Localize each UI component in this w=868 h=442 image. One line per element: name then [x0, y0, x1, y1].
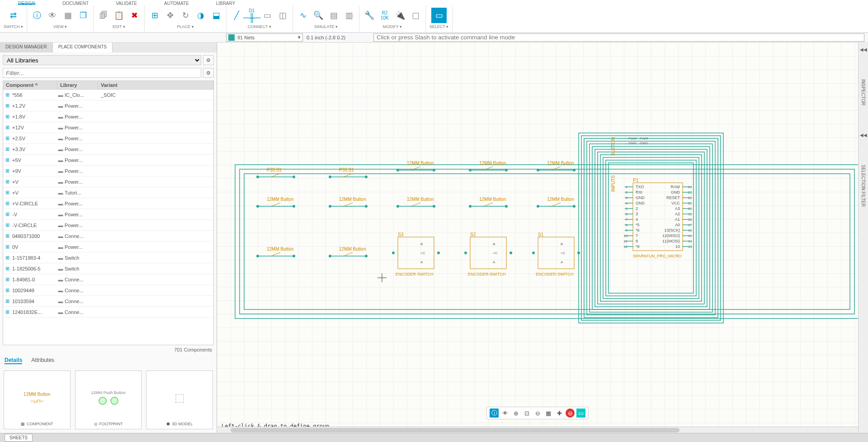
- list-item[interactable]: ⊞+3.3V▬Power...: [3, 144, 213, 155]
- svg-text:ENCODER-SWITCH: ENCODER-SWITCH: [536, 272, 574, 276]
- sim-meter-icon[interactable]: ▤: [327, 9, 340, 22]
- list-item[interactable]: ⊞+V▬Tutori...: [3, 187, 213, 198]
- value-icon[interactable]: R210K: [378, 9, 391, 22]
- list-item[interactable]: ⊞1-84981-0▬Conne...: [3, 274, 213, 285]
- port-icon[interactable]: ◫: [276, 9, 289, 22]
- svg-text:B: B: [561, 242, 563, 246]
- nets-dropdown[interactable]: 91 Nets▾: [226, 33, 303, 42]
- list-item[interactable]: ⊞1-1825006-5▬Switch: [3, 263, 213, 274]
- filter-input[interactable]: [3, 68, 201, 78]
- select-icon[interactable]: ▭: [431, 8, 447, 23]
- svg-rect-10: [598, 152, 704, 304]
- list-item[interactable]: ⊞-V▬Power...: [3, 209, 213, 220]
- svg-text:SPARKFUN_PRO_MICRO: SPARKFUN_PRO_MICRO: [633, 254, 682, 258]
- marquee-btn[interactable]: ▭: [576, 409, 585, 418]
- menu-library[interactable]: LIBRARY: [216, 1, 236, 5]
- switch-icon[interactable]: ⇄: [6, 8, 21, 23]
- menu-automate[interactable]: AUTOMATE: [164, 1, 189, 5]
- wire-icon[interactable]: ╱: [230, 9, 243, 22]
- net-icon[interactable]: D1─╫─: [245, 9, 258, 22]
- zoom-out-btn[interactable]: ⊖: [533, 409, 542, 418]
- svg-point-98: [577, 252, 580, 254]
- library-select[interactable]: All Libraries: [3, 55, 201, 65]
- mirror-icon[interactable]: ◑: [194, 9, 207, 22]
- list-item[interactable]: ⊞10029449▬Conne...: [3, 285, 213, 296]
- svg-text:11(MOSI): 11(MOSI): [662, 239, 680, 243]
- rotate-icon[interactable]: ↻: [179, 9, 192, 22]
- list-item[interactable]: ⊞1-1571983-4▬Switch: [3, 252, 213, 263]
- ribbon-place-label: PLACE ▾: [177, 24, 194, 29]
- grid-btn[interactable]: ▦: [544, 409, 553, 418]
- sim-wave-icon[interactable]: ∿: [297, 9, 309, 22]
- list-item[interactable]: ⊞-V-CIRCLE▬Power...: [3, 220, 213, 231]
- component-list[interactable]: ⊞*556▬IC_Clo..._SOIC⊞+1.2V▬Power...⊞+1.8…: [3, 90, 214, 345]
- list-item[interactable]: ⊞+1.2V▬Power...: [3, 100, 213, 111]
- info-btn[interactable]: ⓘ: [490, 409, 499, 418]
- svg-line-69: [271, 252, 280, 256]
- preview-component[interactable]: 12MM Button─⊔⊓─ ▦COMPONENT: [4, 371, 71, 429]
- menu-validate[interactable]: VALIDATE: [116, 1, 137, 5]
- add-icon[interactable]: ⊞: [148, 9, 161, 22]
- col-library[interactable]: Library: [57, 81, 98, 89]
- collapse-filter-btn[interactable]: ◀◀: [860, 133, 867, 138]
- stop-btn[interactable]: ⊖: [566, 409, 575, 418]
- sheet-icon[interactable]: ▢: [409, 9, 422, 22]
- inspector-tab[interactable]: INSPECTOR: [861, 79, 866, 105]
- visibility-btn[interactable]: 👁: [500, 409, 509, 418]
- tab-attributes[interactable]: Attributes: [31, 357, 54, 364]
- list-item[interactable]: ⊞*556▬IC_Clo..._SOIC: [3, 90, 213, 100]
- list-item[interactable]: ⊞+9V▬Power...: [3, 166, 213, 176]
- sim-probe-icon[interactable]: 🔍: [312, 9, 325, 22]
- schematic-canvas[interactable]: P33.S1 P33.S1 12MM Button 12MM Button 12…: [217, 43, 858, 433]
- list-item[interactable]: ⊞+V-CIRCLE▬Power...: [3, 198, 213, 209]
- list-item[interactable]: ⊞+12V▬Power...: [3, 122, 213, 133]
- move-icon[interactable]: ✥: [164, 9, 176, 22]
- svg-text:A: A: [420, 260, 423, 264]
- zoom-fit-btn[interactable]: ⊡: [522, 409, 531, 418]
- layers-icon[interactable]: ❐: [77, 9, 90, 22]
- sim-scope-icon[interactable]: ▥: [343, 9, 355, 22]
- tab-place-components[interactable]: PLACE COMPONENTS: [53, 43, 113, 52]
- menu-document[interactable]: DOCUMENT: [62, 1, 89, 5]
- preview-footprint[interactable]: 12MM Push Button ◎FOOTPRINT: [75, 371, 142, 429]
- tool-icon[interactable]: 🔧: [363, 9, 376, 22]
- zoom-in-btn[interactable]: ⊕: [511, 409, 520, 418]
- svg-text:*9: *9: [636, 244, 640, 249]
- list-item[interactable]: ⊞+V▬Power...: [3, 176, 213, 187]
- svg-point-43: [292, 205, 295, 208]
- menu-design[interactable]: DESIGN: [18, 1, 35, 5]
- delete-icon[interactable]: ✖: [128, 9, 141, 22]
- list-item[interactable]: ⊞0480371000▬Conne...: [3, 231, 213, 242]
- crosshair-btn[interactable]: ✚: [555, 409, 564, 418]
- tab-design-manager[interactable]: DESIGN MANAGER: [0, 43, 53, 52]
- command-input[interactable]: [373, 33, 864, 42]
- list-item[interactable]: ⊞10103594▬Conne...: [3, 296, 213, 307]
- align-icon[interactable]: ⬓: [210, 9, 222, 22]
- copy-icon[interactable]: 🗐: [97, 9, 110, 22]
- bus-icon[interactable]: ▭: [261, 9, 274, 22]
- plug-icon[interactable]: 🔌: [394, 9, 406, 22]
- list-item[interactable]: ⊞0V▬Power...: [3, 242, 213, 252]
- eye-icon[interactable]: 👁: [46, 9, 59, 22]
- svg-point-97: [532, 252, 535, 254]
- collapse-inspector-btn[interactable]: ◀◀: [860, 47, 867, 52]
- h-scrollbar[interactable]: [217, 427, 858, 433]
- svg-point-89: [464, 252, 467, 254]
- svg-point-28: [433, 169, 435, 171]
- paste-icon[interactable]: 📋: [113, 9, 125, 22]
- list-item[interactable]: ⊞12401832E...▬Conne...: [3, 307, 213, 318]
- selection-filter-tab[interactable]: SELECTION FILTER: [861, 165, 866, 207]
- grid-icon[interactable]: ▦: [61, 9, 74, 22]
- info-icon[interactable]: ⓘ: [31, 9, 43, 22]
- filter-settings-icon[interactable]: ⚙: [203, 68, 214, 78]
- svg-rect-5: [584, 138, 718, 318]
- col-variant[interactable]: Variant: [98, 81, 213, 89]
- list-item[interactable]: ⊞+1.8V▬Power...: [3, 111, 213, 122]
- library-settings-icon[interactable]: ⚙: [203, 55, 214, 65]
- list-item[interactable]: ⊞+5V▬Power...: [3, 155, 213, 166]
- col-component[interactable]: Component ^: [3, 81, 57, 89]
- tab-details[interactable]: Details: [5, 357, 22, 364]
- list-item[interactable]: ⊞+2.5V▬Power...: [3, 133, 213, 144]
- sheets-tab[interactable]: SHEETS: [5, 434, 33, 442]
- preview-3d[interactable]: ⬚ ⬢3D MODEL: [146, 371, 213, 429]
